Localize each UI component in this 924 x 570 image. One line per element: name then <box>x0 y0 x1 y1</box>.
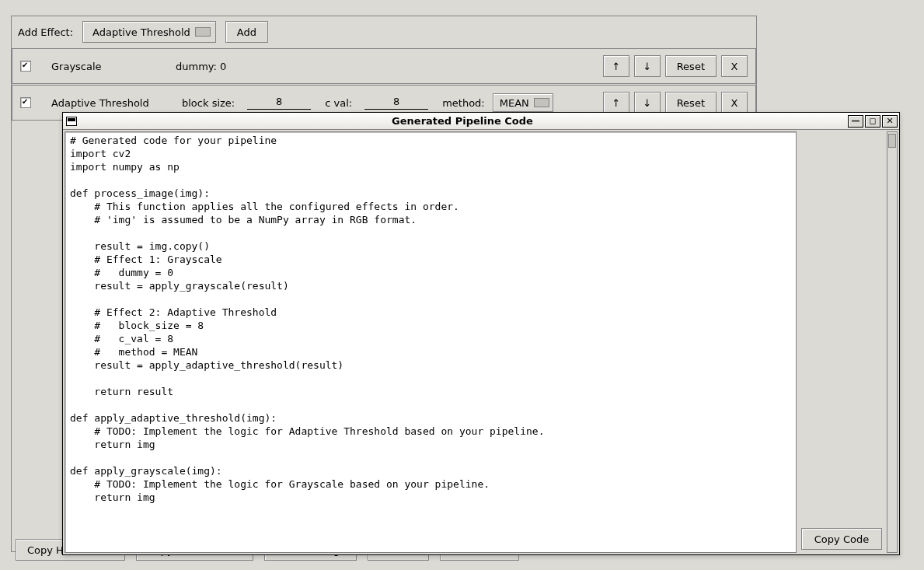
param-input-blocksize[interactable]: 8 <box>247 96 311 110</box>
minimize-button[interactable]: — <box>848 115 863 128</box>
param-input-cval[interactable]: 8 <box>364 96 428 110</box>
param-label-cval: c val: <box>325 97 352 109</box>
generated-code-dialog: Generated Pipeline Code — ◻ ✕ # Generate… <box>62 112 900 555</box>
effect-enabled-checkbox[interactable] <box>20 97 31 108</box>
add-effect-button[interactable]: Add <box>225 21 268 43</box>
dropdown-arrow-icon <box>195 27 211 37</box>
move-down-button[interactable]: ↓ <box>634 55 661 77</box>
remove-button[interactable]: X <box>721 92 748 114</box>
dialog-body: # Generated code for your pipeline impor… <box>63 130 899 554</box>
move-down-button[interactable]: ↓ <box>634 92 661 114</box>
dialog-side-buttons: Copy Code <box>801 131 882 553</box>
param-label-method: method: <box>442 97 485 109</box>
param-select-method-value: MEAN <box>500 97 529 109</box>
vertical-scrollbar[interactable] <box>887 131 898 553</box>
param-label-blocksize: block size: <box>182 97 235 109</box>
add-effect-toolbar: Add Effect: Adaptive Threshold Add <box>12 16 756 47</box>
system-menu-icon[interactable] <box>66 117 77 126</box>
dialog-titlebar[interactable]: Generated Pipeline Code — ◻ ✕ <box>63 113 899 130</box>
dropdown-arrow-icon <box>534 98 549 107</box>
generated-code-textarea[interactable]: # Generated code for your pipeline impor… <box>65 131 797 553</box>
close-button[interactable]: ✕ <box>882 115 898 128</box>
effect-row: Grayscale dummy: 0 ↑ ↓ Reset X <box>12 48 756 84</box>
add-effect-label: Add Effect: <box>18 26 73 38</box>
move-up-button[interactable]: ↑ <box>603 92 629 114</box>
reset-button[interactable]: Reset <box>665 92 717 114</box>
effect-name: Adaptive Threshold <box>51 97 168 109</box>
move-up-button[interactable]: ↑ <box>603 55 629 77</box>
effect-name: Grayscale <box>51 61 168 72</box>
effect-enabled-checkbox[interactable] <box>20 61 31 72</box>
reset-button[interactable]: Reset <box>665 55 717 77</box>
scrollbar-thumb[interactable] <box>888 134 896 148</box>
param-select-method[interactable]: MEAN <box>493 93 553 112</box>
copy-code-button[interactable]: Copy Code <box>801 528 882 550</box>
maximize-button[interactable]: ◻ <box>865 115 880 128</box>
effect-select-value: Adaptive Threshold <box>92 26 190 38</box>
effect-select-dropdown[interactable]: Adaptive Threshold <box>82 21 216 43</box>
effect-params: dummy: 0 <box>176 61 226 72</box>
dialog-title: Generated Pipeline Code <box>77 115 848 127</box>
remove-button[interactable]: X <box>721 55 748 77</box>
